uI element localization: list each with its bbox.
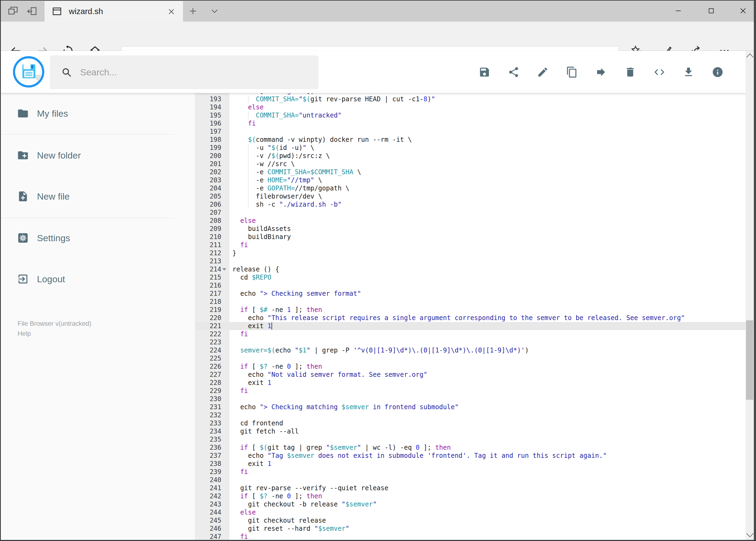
line-number[interactable]: 193 bbox=[195, 95, 229, 103]
code-line-204[interactable]: 204 -e GOPATH=//tmp/gopath \ bbox=[195, 184, 745, 192]
new-tab-button[interactable] bbox=[188, 6, 197, 16]
code-line-221[interactable]: 221 exit 1 bbox=[195, 322, 745, 330]
line-number[interactable]: 238 bbox=[195, 460, 229, 468]
line-number[interactable]: 209 bbox=[195, 225, 229, 233]
line-number[interactable]: 195 bbox=[195, 111, 229, 119]
code-line-197[interactable]: 197 bbox=[195, 128, 745, 136]
tab-dropdown-chevron-icon[interactable] bbox=[210, 8, 219, 15]
fold-arrow-icon[interactable] bbox=[222, 268, 226, 270]
line-number[interactable]: 194 bbox=[195, 103, 229, 111]
code-text[interactable]: git reset --hard "$semver" bbox=[229, 525, 350, 533]
code-line-243[interactable]: 243 git checkout -b release "$semver" bbox=[195, 500, 745, 508]
code-line-233[interactable]: 233 cd frontend bbox=[195, 419, 745, 427]
line-number[interactable]: 240 bbox=[195, 476, 229, 484]
code-text[interactable]: echo "> Checking semver format" bbox=[229, 289, 361, 297]
line-number[interactable]: 204 bbox=[195, 184, 229, 192]
code-line-236[interactable]: 236 if [ $(git tag | grep "$semver" | wc… bbox=[195, 443, 745, 452]
delete-button[interactable] bbox=[616, 56, 645, 88]
code-line-244[interactable]: 244 else bbox=[195, 508, 745, 516]
code-line-208[interactable]: 208 else bbox=[195, 217, 745, 225]
code-line-195[interactable]: 195 COMMIT_SHA="untracked" bbox=[195, 111, 745, 119]
code-text[interactable]: exit 1 bbox=[229, 379, 272, 387]
code-line-193[interactable]: 193 COMMIT_SHA="$(git rev-parse HEAD | c… bbox=[195, 95, 745, 103]
code-text[interactable] bbox=[229, 435, 232, 443]
sidebar-item-settings[interactable]: Settings bbox=[1, 226, 184, 250]
scrollbar-thumb[interactable] bbox=[746, 320, 753, 400]
browser-tab[interactable]: wizard.sh bbox=[45, 1, 183, 22]
code-line-211[interactable]: 211 fi bbox=[195, 241, 745, 249]
code-text[interactable]: else bbox=[229, 508, 256, 516]
line-number[interactable]: 211 bbox=[195, 241, 229, 249]
line-number[interactable]: 216 bbox=[195, 281, 229, 289]
code-line-240[interactable]: 240 bbox=[195, 476, 745, 484]
code-text[interactable]: exit 1 bbox=[229, 460, 272, 468]
line-number[interactable]: 212 bbox=[195, 249, 229, 257]
line-number[interactable]: 220 bbox=[195, 314, 229, 322]
code-text[interactable]: fi bbox=[229, 533, 248, 540]
help-link[interactable]: Help bbox=[18, 328, 31, 338]
code-text[interactable]: -e COMMIT_SHA=$COMMIT_SHA \ bbox=[229, 168, 361, 176]
code-text[interactable]: echo "Not valid semver format. See semve… bbox=[229, 370, 427, 379]
close-window-button[interactable] bbox=[731, 4, 755, 18]
code-line-206[interactable]: 206 sh -c "./wizard.sh -b" bbox=[195, 201, 745, 209]
code-line-199[interactable]: 199 -u "$(id -u)" \ bbox=[195, 144, 745, 152]
code-text[interactable]: exit 1 bbox=[229, 322, 272, 330]
move-button[interactable] bbox=[587, 56, 616, 88]
code-text[interactable]: $(command -v winpty) docker run --rm -it… bbox=[229, 136, 412, 144]
code-text[interactable]: -e HOME="//tmp" \ bbox=[229, 176, 322, 184]
code-line-214[interactable]: 214release () { bbox=[195, 265, 745, 273]
line-number[interactable]: 225 bbox=[195, 354, 229, 362]
download-button[interactable] bbox=[674, 56, 703, 88]
code-text[interactable]: semver=$(echo "$1" | grep -P '^v(0|[1-9]… bbox=[229, 346, 529, 354]
line-number[interactable]: 192 bbox=[195, 93, 229, 95]
line-number[interactable]: 228 bbox=[195, 379, 229, 387]
code-text[interactable]: COMMIT_SHA="untracked" bbox=[229, 111, 342, 119]
code-line-218[interactable]: 218 bbox=[195, 297, 745, 306]
line-number[interactable]: 219 bbox=[195, 306, 229, 314]
line-number[interactable]: 244 bbox=[195, 508, 229, 516]
code-line-225[interactable]: 225 bbox=[195, 354, 745, 362]
code-line-210[interactable]: 210 buildBinary bbox=[195, 233, 745, 241]
code-text[interactable]: cd $REPO bbox=[229, 273, 272, 281]
line-number[interactable]: 210 bbox=[195, 233, 229, 241]
code-text[interactable]: release () { bbox=[229, 265, 279, 273]
line-number[interactable]: 198 bbox=[195, 136, 229, 144]
line-number[interactable]: 222 bbox=[195, 330, 229, 338]
line-number[interactable]: 196 bbox=[195, 119, 229, 128]
code-text[interactable]: git rev-parse --verify --quiet release bbox=[229, 484, 388, 492]
code-line-229[interactable]: 229 fi bbox=[195, 387, 745, 395]
code-text[interactable] bbox=[229, 354, 232, 362]
line-number[interactable]: 203 bbox=[195, 176, 229, 184]
line-number[interactable]: 236 bbox=[195, 443, 229, 452]
code-text[interactable]: COMMIT_SHA="$(git rev-parse HEAD | cut -… bbox=[229, 95, 435, 103]
code-line-207[interactable]: 207 bbox=[195, 209, 745, 217]
code-text[interactable]: -e GOPATH=//tmp/gopath \ bbox=[229, 184, 350, 192]
filebrowser-logo[interactable] bbox=[13, 56, 44, 88]
code-line-203[interactable]: 203 -e HOME="//tmp" \ bbox=[195, 176, 745, 184]
code-text[interactable] bbox=[229, 209, 232, 217]
code-text[interactable]: buildAssets bbox=[229, 225, 291, 233]
code-text[interactable] bbox=[229, 338, 232, 346]
line-number[interactable]: 241 bbox=[195, 484, 229, 492]
save-button[interactable] bbox=[470, 56, 499, 88]
line-number[interactable]: 223 bbox=[195, 338, 229, 346]
code-view-button[interactable] bbox=[645, 56, 674, 88]
code-text[interactable] bbox=[229, 281, 232, 289]
line-number[interactable]: 239 bbox=[195, 468, 229, 476]
code-line-234[interactable]: 234 git fetch --all bbox=[195, 427, 745, 435]
code-line-235[interactable]: 235 bbox=[195, 435, 745, 443]
scroll-down-arrow-icon[interactable] bbox=[746, 530, 754, 537]
code-line-228[interactable]: 228 exit 1 bbox=[195, 379, 745, 387]
code-text[interactable]: fi bbox=[229, 119, 256, 128]
code-line-245[interactable]: 245 git checkout release bbox=[195, 516, 745, 525]
line-number[interactable]: 224 bbox=[195, 346, 229, 354]
page-scrollbar[interactable] bbox=[745, 51, 754, 540]
code-text[interactable]: echo "> Checking matching $semver in fro… bbox=[229, 403, 459, 411]
code-text[interactable]: fi bbox=[229, 387, 248, 395]
line-number[interactable]: 247 bbox=[195, 533, 229, 540]
code-text[interactable]: if [ $? -ne 0 ]; then bbox=[229, 492, 322, 500]
line-number[interactable]: 200 bbox=[195, 152, 229, 160]
code-text[interactable]: else bbox=[229, 103, 264, 111]
code-line-241[interactable]: 241 git rev-parse --verify --quiet relea… bbox=[195, 484, 745, 492]
code-text[interactable]: if [ $# -ne 1 ]; then bbox=[229, 306, 322, 314]
